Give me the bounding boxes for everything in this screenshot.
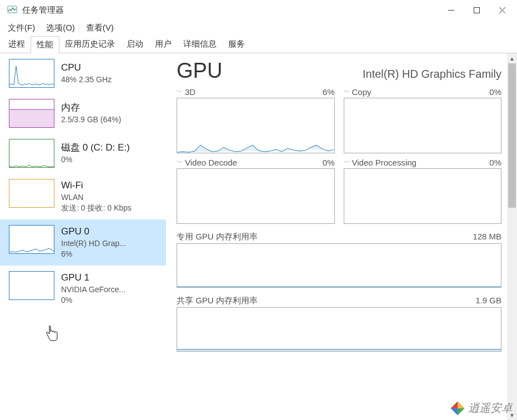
menubar: 文件(F) 选项(O) 查看(V) — [0, 20, 517, 36]
wifi-sub1: WLAN — [61, 192, 132, 203]
titlebar: 任务管理器 — [0, 0, 517, 20]
page-subtitle: Intel(R) HD Graphics Family — [363, 68, 501, 81]
main-panel: GPU Intel(R) HD Graphics Family ﹀3D 6% ﹀… — [167, 53, 517, 420]
svg-rect-5 — [9, 109, 54, 127]
minimize-button[interactable] — [438, 0, 464, 20]
disk-title: 磁盘 0 (C: D: E:) — [61, 141, 130, 154]
svg-rect-2 — [474, 7, 479, 13]
menu-options[interactable]: 选项(O) — [44, 22, 77, 34]
tab-startup[interactable]: 启动 — [121, 36, 149, 53]
gpu0-title: GPU 0 — [61, 225, 126, 238]
panel-vproc-label[interactable]: Video Processing — [352, 158, 416, 167]
panel-copy-pct: 0% — [489, 87, 501, 97]
gpu1-title: GPU 1 — [61, 271, 126, 284]
gpu0-sub1: Intel(R) HD Grap... — [61, 238, 126, 249]
chevron-down-icon[interactable]: ﹀ — [344, 158, 350, 167]
graph-copy — [344, 98, 502, 153]
watermark: 逍遥安卓 — [450, 401, 513, 416]
tab-users[interactable]: 用户 — [149, 36, 178, 53]
memory-sub: 2.5/3.9 GB (64%) — [61, 114, 121, 126]
shared-mem-label: 共享 GPU 内存利用率 — [177, 296, 258, 306]
gpu0-thumb-graph — [9, 225, 54, 254]
svg-marker-14 — [451, 402, 458, 408]
performance-sidebar: CPU 48% 2.35 GHz 内存 2.5/3.9 GB (64%) 磁盘 … — [0, 53, 167, 420]
tab-details[interactable]: 详细信息 — [177, 36, 223, 53]
panel-vdec-pct: 0% — [323, 158, 335, 167]
graph-3d — [177, 98, 335, 153]
wifi-thumb-graph — [9, 179, 54, 208]
dedicated-mem-max: 128 MB — [473, 232, 501, 242]
chevron-down-icon[interactable]: ﹀ — [177, 158, 183, 167]
tab-apphistory[interactable]: 应用历史记录 — [59, 36, 121, 53]
memory-title: 内存 — [61, 101, 121, 114]
memory-thumb-graph — [9, 99, 54, 128]
menu-file[interactable]: 文件(F) — [6, 22, 37, 34]
tabbar: 进程 性能 应用历史记录 启动 用户 详细信息 服务 — [0, 36, 517, 53]
menu-view[interactable]: 查看(V) — [84, 22, 116, 34]
window-title: 任务管理器 — [22, 5, 438, 16]
scroll-up-icon[interactable]: ▲ — [507, 53, 517, 63]
watermark-logo-icon — [450, 401, 465, 416]
app-icon — [7, 4, 18, 16]
tab-processes[interactable]: 进程 — [2, 36, 31, 53]
panel-3d-pct: 6% — [323, 87, 335, 97]
svg-marker-12 — [458, 408, 464, 415]
gpu1-sub1: NVIDIA GeForce... — [61, 284, 126, 296]
wifi-title: Wi-Fi — [61, 179, 132, 192]
gpu1-sub2: 0% — [61, 295, 126, 306]
tab-performance[interactable]: 性能 — [31, 36, 59, 53]
close-button[interactable] — [489, 0, 515, 20]
svg-marker-11 — [458, 402, 464, 408]
dedicated-mem-label: 专用 GPU 内存利用率 — [177, 232, 258, 242]
sidebar-item-wifi[interactable]: Wi-Fi WLAN 发送: 0 接收: 0 Kbps — [0, 173, 166, 219]
cpu-thumb-graph — [9, 59, 54, 88]
tab-services[interactable]: 服务 — [222, 36, 251, 53]
panel-vdec-label[interactable]: Video Decode — [185, 158, 237, 167]
graph-dedicated-memory — [177, 243, 501, 288]
scrollbar-thumb[interactable] — [508, 63, 516, 208]
cpu-title: CPU — [61, 61, 112, 74]
panel-3d-label[interactable]: 3D — [185, 87, 195, 97]
vertical-scrollbar[interactable]: ▲ ▼ — [507, 53, 517, 420]
panel-copy-label[interactable]: Copy — [352, 87, 372, 97]
sidebar-item-gpu0[interactable]: GPU 0 Intel(R) HD Grap... 6% — [0, 219, 166, 266]
cpu-sub: 48% 2.35 GHz — [61, 74, 112, 86]
sidebar-item-cpu[interactable]: CPU 48% 2.35 GHz — [0, 53, 166, 93]
svg-marker-13 — [451, 408, 458, 415]
disk-sub: 0% — [61, 154, 130, 166]
maximize-button[interactable] — [464, 0, 489, 20]
graph-video-processing — [344, 168, 502, 224]
shared-mem-max: 1.9 GB — [475, 296, 501, 306]
chevron-down-icon[interactable]: ﹀ — [177, 88, 183, 96]
graph-shared-memory — [177, 307, 501, 352]
sidebar-item-memory[interactable]: 内存 2.5/3.9 GB (64%) — [0, 93, 166, 133]
panel-vproc-pct: 0% — [489, 158, 501, 167]
graph-video-decode — [177, 168, 335, 224]
gpu1-thumb-graph — [9, 271, 54, 300]
chevron-down-icon[interactable]: ﹀ — [344, 88, 350, 96]
sidebar-item-disk[interactable]: 磁盘 0 (C: D: E:) 0% — [0, 133, 166, 173]
gpu0-sub2: 6% — [61, 249, 126, 260]
wifi-sub2: 发送: 0 接收: 0 Kbps — [61, 203, 132, 214]
disk-thumb-graph — [9, 139, 54, 168]
sidebar-item-gpu1[interactable]: GPU 1 NVIDIA GeForce... 0% — [0, 266, 166, 312]
page-title: GPU — [177, 59, 222, 83]
watermark-text: 逍遥安卓 — [468, 401, 513, 416]
